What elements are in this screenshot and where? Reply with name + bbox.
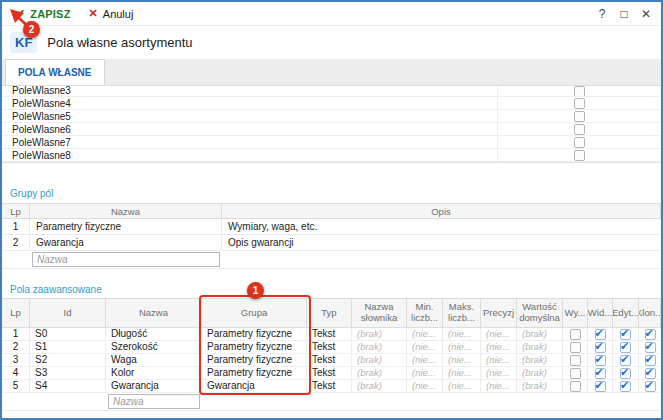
column-header-lp[interactable]: Lp [2,298,30,328]
field-checkbox[interactable] [574,124,585,135]
new-field-name-input[interactable]: Nazwa [108,394,200,409]
klonowane-checkbox[interactable] [645,368,656,379]
table-row[interactable]: PoleWlasne4 [2,97,661,110]
column-header-lp[interactable]: Lp [2,203,30,219]
widoczne-checkbox[interactable] [595,329,606,340]
column-header-precyzja[interactable]: Precyzj [481,298,517,328]
cell-lp: 3 [2,354,30,367]
cell-widoczne [588,341,613,354]
edytowalne-checkbox[interactable] [620,355,631,366]
wymagane-checkbox[interactable] [570,329,581,340]
column-header-klonowane[interactable]: Klon... [639,298,661,328]
column-header-wymagane[interactable]: Wy... [563,298,588,328]
column-header-widoczne[interactable]: Wid... [588,298,613,328]
save-button-label: ZAPISZ [30,8,70,20]
table-row[interactable]: PoleWlasne6 [2,123,661,136]
cell-slownik: (brak) [352,328,407,341]
new-field-row: Nazwa [2,393,661,411]
field-checkbox[interactable] [574,137,585,148]
table-row[interactable]: PoleWlasne3 [2,86,661,97]
klonowane-checkbox[interactable] [645,329,656,340]
cell-nazwa: Gwarancja [30,235,222,251]
edytowalne-checkbox[interactable] [620,342,631,353]
cell-precyzja: (nie... [481,380,517,393]
wymagane-checkbox[interactable] [570,368,581,379]
klonowane-checkbox[interactable] [645,381,656,392]
section-gap [2,163,661,187]
widoczne-checkbox[interactable] [595,381,606,392]
cell-edytowalne [613,367,639,380]
toolbar: ✔ ZAPISZ ✕ Anuluj ? □ ✕ [2,2,661,26]
column-header-opis[interactable]: Opis [222,203,661,219]
table-row[interactable]: 2 Gwarancja Opis gwarancji [2,235,661,251]
field-checkbox[interactable] [574,111,585,122]
column-header-id[interactable]: Id [30,298,106,328]
app-logo: KF [10,32,37,53]
wymagane-checkbox[interactable] [570,342,581,353]
table-row[interactable]: PoleWlasne7 [2,136,661,149]
cell-min: (nie... [407,328,443,341]
table-row[interactable]: 1 Parametry fizyczne Wymiary, waga, etc. [2,219,661,235]
cell-klonowane [639,328,661,341]
cell-lp: 1 [2,219,30,235]
tab-pola-wlasne[interactable]: POLA WŁASNE [5,59,105,85]
maximize-button[interactable]: □ [613,7,635,21]
help-button[interactable]: ? [591,7,613,21]
column-header-min[interactable]: Min. liczb... [407,298,443,328]
widoczne-checkbox[interactable] [595,342,606,353]
widoczne-checkbox[interactable] [595,355,606,366]
edytowalne-checkbox[interactable] [620,329,631,340]
table-row[interactable]: 1 S0 Długość Parametry fizyczne Tekst (b… [2,328,661,341]
section-gap [2,269,661,283]
advanced-fields-table: Lp Id Nazwa Grupa Typ Nazwa słownika Min… [2,298,661,411]
checkbox-cell [497,149,661,161]
column-header-edytowalne[interactable]: Edyt... [613,298,639,328]
table-row[interactable]: 2 S1 Szerokość Parametry fizyczne Tekst … [2,341,661,354]
wymagane-checkbox[interactable] [570,381,581,392]
table-row[interactable]: 4 S3 Kolor Parametry fizyczne Tekst (bra… [2,367,661,380]
cell-lp: 5 [2,380,30,393]
app-window: ✔ ZAPISZ ✕ Anuluj ? □ ✕ KF Pola własne a… [0,0,663,420]
column-header-typ[interactable]: Typ [307,298,352,328]
save-button[interactable]: ✔ ZAPISZ [6,2,80,25]
cell-opis: Opis gwarancji [222,235,661,251]
cell-domyslna: (brak) [517,328,563,341]
table-row[interactable]: PoleWlasne8 [2,149,661,162]
widoczne-checkbox[interactable] [595,368,606,379]
cell-widoczne [588,380,613,393]
table-row[interactable]: 3 S2 Waga Parametry fizyczne Tekst (brak… [2,354,661,367]
column-header-slownik[interactable]: Nazwa słownika [352,298,407,328]
wymagane-checkbox[interactable] [570,355,581,366]
field-label: PoleWlasne7 [2,137,497,148]
column-header-nazwa[interactable]: Nazwa [106,298,202,328]
close-button[interactable]: ✕ [635,7,657,21]
klonowane-checkbox[interactable] [645,355,656,366]
klonowane-checkbox[interactable] [645,342,656,353]
cell-precyzja: (nie... [481,341,517,354]
cell-id: S4 [30,380,106,393]
cell-min: (nie... [407,380,443,393]
field-checkbox[interactable] [574,86,585,97]
column-header-nazwa[interactable]: Nazwa [30,203,222,219]
cell-typ: Tekst [307,380,352,393]
checkbox-cell [497,110,661,122]
column-header-maks[interactable]: Maks. liczb... [443,298,481,328]
cell-grupa: Gwarancja [202,380,307,393]
edytowalne-checkbox[interactable] [620,368,631,379]
cell-precyzja: (nie... [481,354,517,367]
cancel-button[interactable]: ✕ Anuluj [80,2,143,25]
column-header-grupa[interactable]: Grupa [202,298,307,328]
column-header-domyslna[interactable]: Wartość domyślna [517,298,563,328]
new-group-row: Nazwa [2,251,661,269]
edytowalne-checkbox[interactable] [620,381,631,392]
table-row[interactable]: PoleWlasne5 [2,110,661,123]
cell-grupa: Parametry fizyczne [202,341,307,354]
field-checkbox[interactable] [574,150,585,161]
field-label: PoleWlasne4 [2,98,497,109]
cell-slownik: (brak) [352,341,407,354]
field-checkbox[interactable] [574,98,585,109]
cell-wymagane [563,367,588,380]
table-row[interactable]: 5 S4 Gwarancja Gwarancja Tekst (brak) (n… [2,380,661,393]
new-group-name-input[interactable]: Nazwa [32,252,220,267]
page-title: Pola własne asortymentu [47,35,192,50]
